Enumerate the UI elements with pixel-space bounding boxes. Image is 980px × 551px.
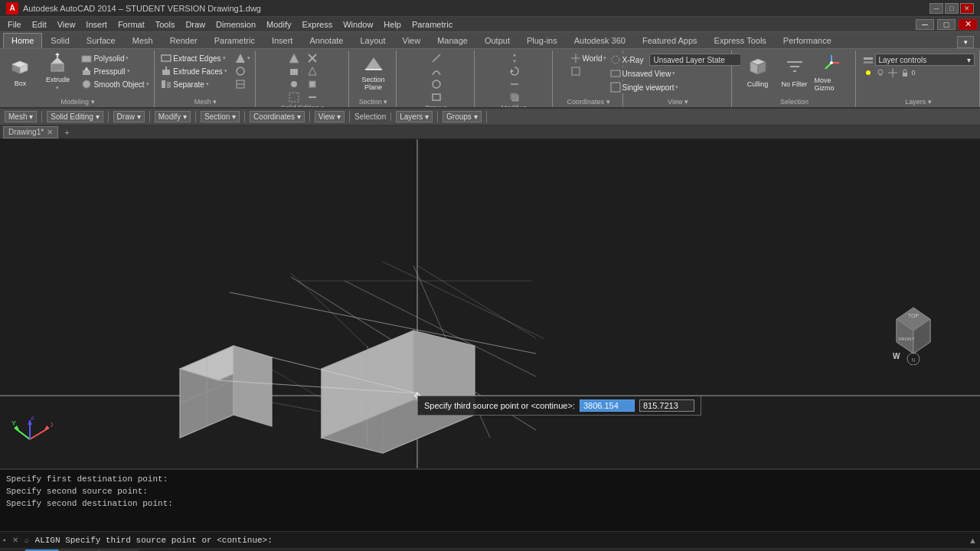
coord-btn1[interactable]: World ▾ bbox=[567, 52, 610, 64]
single-viewport-button[interactable]: Single viewport ▾ bbox=[607, 81, 682, 93]
menu-edit[interactable]: Edit bbox=[28, 18, 51, 31]
solid-editing-group: Solid Editing ▾ bbox=[257, 51, 349, 107]
extrude-button[interactable]: Extrude ▾ bbox=[38, 52, 77, 92]
cmd-icon[interactable]: ▪ bbox=[0, 536, 9, 544]
ribbon-options-button[interactable]: ▾ bbox=[957, 36, 974, 48]
xray-button[interactable]: X-Ray bbox=[607, 54, 647, 66]
smooth-object-button[interactable]: Smooth Object ▾ bbox=[78, 78, 152, 90]
close-app-button[interactable]: ✕ bbox=[959, 19, 977, 30]
tab-view[interactable]: View bbox=[394, 33, 430, 48]
sub-groups-button[interactable]: Groups ▾ bbox=[443, 111, 482, 122]
menu-format[interactable]: Format bbox=[113, 18, 149, 31]
command-prompt-label: Specify third source point or <continue>… bbox=[424, 401, 575, 410]
menu-draw[interactable]: Draw bbox=[181, 18, 210, 31]
menu-insert[interactable]: Insert bbox=[81, 18, 112, 31]
box-button[interactable]: Box bbox=[3, 52, 37, 92]
mesh-btn3[interactable] bbox=[232, 78, 253, 90]
draw-btn1[interactable] bbox=[428, 52, 445, 64]
menu-tools[interactable]: Tools bbox=[151, 18, 180, 31]
modify-btn2[interactable] bbox=[506, 65, 523, 77]
sub-coordinates-button[interactable]: Coordinates ▾ bbox=[250, 111, 305, 122]
sub-modify-button[interactable]: Modify ▾ bbox=[155, 111, 191, 122]
title-text: Autodesk AutoCAD 2014 – STUDENT VERSION … bbox=[23, 4, 261, 13]
mesh-btn1[interactable]: ▾ bbox=[232, 52, 253, 64]
solid-btn8[interactable] bbox=[304, 91, 321, 103]
section-plane-button[interactable]: SectionPlane bbox=[354, 52, 394, 92]
menu-help[interactable]: Help bbox=[379, 18, 406, 31]
coord-input-1[interactable] bbox=[580, 399, 635, 412]
viewcube[interactable]: TOP FRONT W N bbox=[885, 296, 942, 365]
culling-button[interactable]: Culling bbox=[740, 52, 776, 92]
solid-btn4[interactable] bbox=[286, 91, 302, 103]
canvas-area[interactable]: Specify third source point or <continue>… bbox=[0, 139, 980, 468]
drawing-tab[interactable]: Drawing1* ✕ bbox=[3, 126, 58, 139]
tab-annotate[interactable]: Annotate bbox=[301, 33, 351, 48]
maximize-button[interactable]: □ bbox=[945, 3, 959, 14]
menu-view[interactable]: View bbox=[53, 18, 80, 31]
sub-draw-button[interactable]: Draw ▾ bbox=[113, 111, 145, 122]
menu-express[interactable]: Express bbox=[297, 18, 337, 31]
tab-parametric[interactable]: Parametric bbox=[206, 33, 263, 48]
solid-btn5[interactable] bbox=[304, 52, 321, 64]
extract-edges-button[interactable]: Extract Edges ▾ bbox=[158, 52, 230, 64]
draw-btn4[interactable] bbox=[428, 91, 445, 103]
presspull-button[interactable]: Presspull ▾ bbox=[78, 65, 152, 77]
modify-btn4[interactable] bbox=[506, 91, 523, 103]
modify-btn3[interactable] bbox=[506, 78, 523, 90]
no-filter-button[interactable]: No Filter bbox=[777, 52, 812, 92]
tab-layout[interactable]: Layout bbox=[351, 33, 394, 48]
new-tab-button[interactable]: + bbox=[61, 128, 72, 137]
svg-rect-44 bbox=[611, 70, 620, 77]
polysolid-button[interactable]: Polysolid ▾ bbox=[78, 52, 152, 64]
solid-btn1[interactable] bbox=[286, 52, 302, 64]
cmd-up-arrow[interactable]: ▲ bbox=[965, 536, 980, 545]
tab-insert[interactable]: Insert bbox=[263, 33, 302, 48]
tab-performance[interactable]: Performance bbox=[775, 33, 840, 48]
modify-btn1[interactable] bbox=[506, 52, 523, 64]
draw-btn2[interactable] bbox=[428, 65, 445, 77]
sub-view-button[interactable]: View ▾ bbox=[315, 111, 345, 122]
tab-surface[interactable]: Surface bbox=[78, 33, 124, 48]
solid-btn7[interactable] bbox=[304, 78, 321, 90]
drawing-tab-close[interactable]: ✕ bbox=[47, 128, 53, 136]
separate-button[interactable]: Separate ▾ bbox=[158, 78, 230, 90]
coord-input-2[interactable] bbox=[639, 399, 694, 412]
command-input[interactable] bbox=[32, 536, 966, 545]
minimize-app-button[interactable]: ─ bbox=[916, 19, 934, 30]
cmd-search-icon[interactable]: ⌕ bbox=[21, 536, 32, 544]
tab-home[interactable]: Home bbox=[3, 33, 42, 48]
sub-section-button[interactable]: Section ▾ bbox=[201, 111, 240, 122]
unsaved-view-button[interactable]: Unsaved View ▾ bbox=[607, 67, 679, 80]
tab-solid[interactable]: Solid bbox=[42, 33, 77, 48]
tab-mesh[interactable]: Mesh bbox=[124, 33, 162, 48]
menu-window[interactable]: Window bbox=[338, 18, 377, 31]
move-gizmo-button[interactable]: Move Gizmo bbox=[814, 52, 849, 92]
extrude-faces-button[interactable]: Extrude Faces ▾ bbox=[158, 65, 230, 77]
draw-btn3[interactable] bbox=[428, 78, 445, 90]
mesh-btn2[interactable] bbox=[232, 65, 253, 77]
restore-app-button[interactable]: □ bbox=[937, 19, 956, 30]
tab-output[interactable]: Output bbox=[476, 33, 518, 48]
solid-btn2[interactable] bbox=[286, 65, 302, 77]
tab-autodesk360[interactable]: Autodesk 360 bbox=[566, 33, 634, 48]
solid-btn6[interactable] bbox=[304, 65, 321, 77]
layer-state-dropdown[interactable]: Layer controls ▾ bbox=[875, 54, 975, 66]
sub-layers-button[interactable]: Layers ▾ bbox=[396, 111, 433, 122]
tab-express-tools[interactable]: Express Tools bbox=[706, 33, 775, 48]
menu-file[interactable]: File bbox=[3, 18, 26, 31]
tab-manage[interactable]: Manage bbox=[429, 33, 476, 48]
sub-solid-editing-button[interactable]: Solid Editing ▾ bbox=[47, 111, 103, 122]
menu-parametric[interactable]: Parametric bbox=[407, 18, 457, 31]
menu-modify[interactable]: Modify bbox=[262, 18, 296, 31]
sub-mesh-button[interactable]: Mesh ▾ bbox=[5, 111, 37, 122]
cmd-close-icon[interactable]: ✕ bbox=[9, 536, 21, 544]
tab-featured-apps[interactable]: Featured Apps bbox=[634, 33, 706, 48]
minimize-button[interactable]: ─ bbox=[929, 3, 943, 14]
coord-btn2[interactable] bbox=[567, 65, 584, 77]
tab-plugins[interactable]: Plug-ins bbox=[518, 33, 566, 48]
mesh-group-label: Mesh ▾ bbox=[159, 97, 252, 107]
solid-btn3[interactable] bbox=[286, 78, 302, 90]
close-button[interactable]: ✕ bbox=[960, 3, 974, 14]
tab-render[interactable]: Render bbox=[162, 33, 206, 48]
menu-dimension[interactable]: Dimension bbox=[211, 18, 260, 31]
